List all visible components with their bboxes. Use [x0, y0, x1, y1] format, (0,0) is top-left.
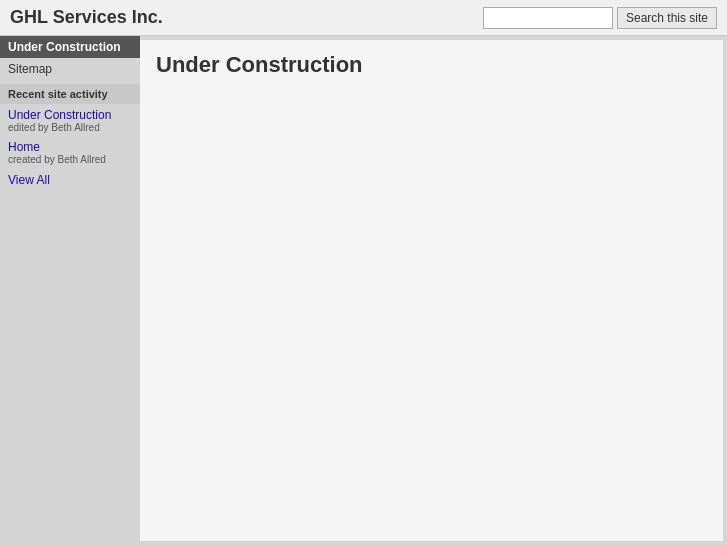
view-all-container: View All: [0, 168, 140, 191]
main-layout: Under Construction Sitemap Recent site a…: [0, 36, 727, 545]
view-all-link[interactable]: View All: [8, 173, 50, 187]
activity-meta-under-construction: edited by Beth Allred: [8, 122, 132, 133]
page-heading: Under Construction: [156, 52, 707, 78]
sidebar-nav-label-under-construction: Under Construction: [8, 40, 121, 54]
sidebar: Under Construction Sitemap Recent site a…: [0, 36, 140, 545]
sidebar-item-sitemap[interactable]: Sitemap: [0, 58, 140, 80]
sidebar-item-under-construction[interactable]: Under Construction: [0, 36, 140, 58]
activity-link-under-construction[interactable]: Under Construction: [8, 108, 111, 122]
recent-activity-header: Recent site activity: [0, 84, 140, 104]
site-title: GHL Services Inc.: [10, 7, 163, 28]
activity-item-under-construction: Under Construction edited by Beth Allred: [0, 104, 140, 136]
activity-link-home[interactable]: Home: [8, 140, 40, 154]
search-button[interactable]: Search this site: [617, 7, 717, 29]
search-input[interactable]: [483, 7, 613, 29]
header: GHL Services Inc. Search this site: [0, 0, 727, 36]
activity-meta-home: created by Beth Allred: [8, 154, 132, 165]
activity-item-home: Home created by Beth Allred: [0, 136, 140, 168]
sidebar-nav-label-sitemap: Sitemap: [8, 62, 52, 76]
search-area: Search this site: [483, 7, 717, 29]
content-area: Under Construction: [140, 40, 723, 541]
